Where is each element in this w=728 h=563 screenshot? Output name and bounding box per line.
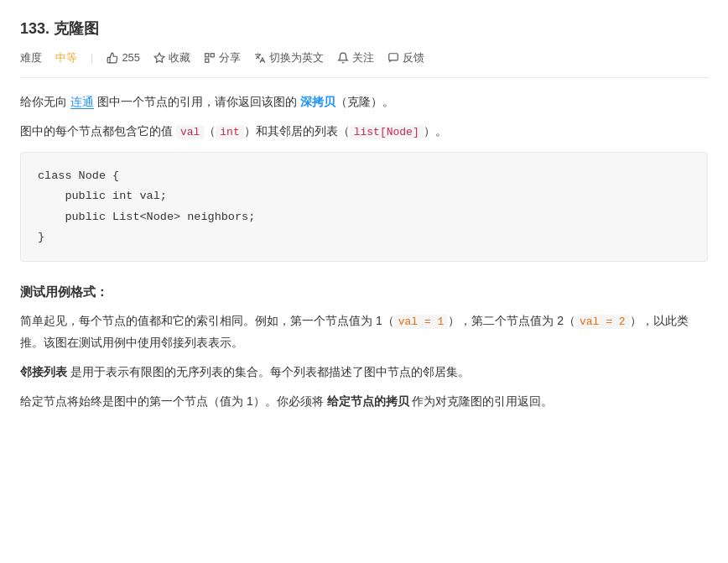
difficulty-value: 中等 <box>55 50 77 67</box>
description-para-2: 图中的每个节点都包含它的值 val（int）和其邻居的列表（list[Node]… <box>20 121 708 142</box>
problem-title: 133. 克隆图 <box>20 17 708 41</box>
final-bold: 给定节点的拷贝 <box>327 394 409 408</box>
desc2-suffix: ）。 <box>424 124 447 138</box>
switch-lang-label: 切换为英文 <box>269 50 324 67</box>
follow-label: 关注 <box>352 50 374 67</box>
desc2-mid2: ）和其邻居的列表（ <box>244 124 350 138</box>
share-icon <box>204 52 216 64</box>
likes-item[interactable]: 255 <box>107 50 140 67</box>
svg-rect-1 <box>205 54 209 57</box>
deep-copy-bold: 深拷贝 <box>300 95 335 108</box>
final-suffix: 作为对克隆图的引用返回。 <box>409 394 554 408</box>
follow-button[interactable]: 关注 <box>337 50 374 67</box>
int-code: int <box>216 125 243 139</box>
difficulty-label: 难度 <box>20 50 42 67</box>
svg-rect-3 <box>205 59 209 62</box>
val-code: val <box>176 125 204 139</box>
svg-marker-0 <box>154 53 164 62</box>
feedback-label: 反馈 <box>403 50 424 67</box>
test-para-1: 简单起见，每个节点的值都和它的索引相同。例如，第一个节点值为 1（val = 1… <box>20 310 708 353</box>
desc2-mid1: （ <box>204 124 216 138</box>
meta-divider-1: | <box>91 50 93 67</box>
listnode-code: list[Node] <box>350 125 424 139</box>
desc1-prefix: 给你无向 <box>20 95 70 108</box>
final-prefix: 给定节点将始终是图中的第一个节点（值为 1）。你必须将 <box>20 394 327 408</box>
translate-icon <box>254 52 266 64</box>
collect-label: 收藏 <box>169 50 190 67</box>
feedback-button[interactable]: 反馈 <box>387 50 424 67</box>
bell-icon <box>337 52 349 64</box>
adj-list-suffix: 是用于表示有限图的无序列表的集合。每个列表都描述了图中节点的邻居集。 <box>67 365 470 378</box>
thumbs-up-icon <box>107 52 118 64</box>
desc1-suffix: （克隆）。 <box>335 95 394 108</box>
desc1-mid: 图中一个节点的引用，请你返回该图的 <box>94 95 300 108</box>
connected-link[interactable]: 连通 <box>70 95 94 109</box>
test-p1-mid: ），第二个节点值为 2（ <box>448 314 575 327</box>
likes-count: 255 <box>122 50 140 67</box>
test-p1-prefix: 简单起见，每个节点的值都和它的索引相同。例如，第一个节点值为 1（ <box>20 314 394 327</box>
val2-code: val = 2 <box>575 315 630 329</box>
section-test-title: 测试用例格式： <box>20 282 708 302</box>
share-button[interactable]: 分享 <box>204 50 241 67</box>
problem-container: 133. 克隆图 难度 中等 | 255 收藏 分享 <box>20 17 708 412</box>
description-para-1: 给你无向 连通 图中一个节点的引用，请你返回该图的 深拷贝（克隆）。 <box>20 91 708 112</box>
switch-lang-button[interactable]: 切换为英文 <box>254 50 324 67</box>
star-icon <box>153 52 165 64</box>
val1-code: val = 1 <box>394 315 449 329</box>
svg-rect-2 <box>211 54 214 57</box>
final-para: 给定节点将始终是图中的第一个节点（值为 1）。你必须将 给定节点的拷贝 作为对克… <box>20 391 708 412</box>
adj-list-bold: 邻接列表 <box>20 365 67 378</box>
svg-rect-4 <box>389 54 398 60</box>
feedback-icon <box>387 52 399 64</box>
share-label: 分享 <box>219 50 241 67</box>
adj-list-para: 邻接列表 是用于表示有限图的无序列表的集合。每个列表都描述了图中节点的邻居集。 <box>20 362 708 383</box>
code-block: class Node { public int val; public List… <box>20 152 708 262</box>
description-section: 给你无向 连通 图中一个节点的引用，请你返回该图的 深拷贝（克隆）。 图中的每个… <box>20 91 708 413</box>
meta-row: 难度 中等 | 255 收藏 分享 切换为英文 <box>20 50 708 78</box>
collect-button[interactable]: 收藏 <box>153 50 190 67</box>
desc2-prefix: 图中的每个节点都包含它的值 <box>20 124 176 138</box>
